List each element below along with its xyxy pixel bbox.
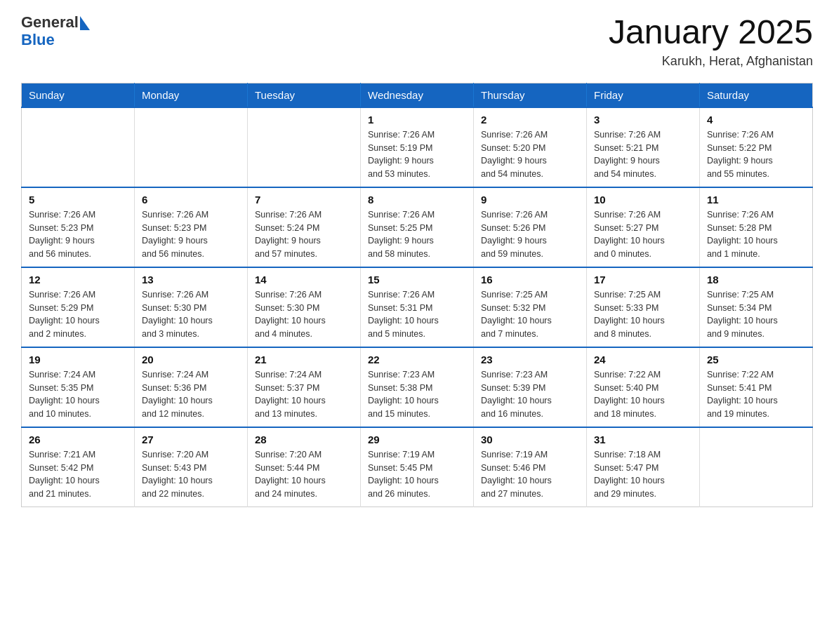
day-number: 11 <box>707 194 805 206</box>
day-info: Sunrise: 7:24 AM Sunset: 5:35 PM Dayligh… <box>29 368 127 421</box>
day-info: Sunrise: 7:19 AM Sunset: 5:46 PM Dayligh… <box>481 448 579 501</box>
day-info: Sunrise: 7:25 AM Sunset: 5:34 PM Dayligh… <box>707 288 805 341</box>
day-number: 4 <box>707 114 805 126</box>
day-info: Sunrise: 7:25 AM Sunset: 5:33 PM Dayligh… <box>594 288 692 341</box>
day-number: 31 <box>594 434 692 445</box>
day-info: Sunrise: 7:24 AM Sunset: 5:37 PM Dayligh… <box>255 368 353 421</box>
calendar-cell: 28Sunrise: 7:20 AM Sunset: 5:44 PM Dayli… <box>248 427 361 507</box>
calendar-cell: 31Sunrise: 7:18 AM Sunset: 5:47 PM Dayli… <box>587 427 700 507</box>
day-number: 3 <box>594 114 692 126</box>
day-info: Sunrise: 7:21 AM Sunset: 5:42 PM Dayligh… <box>29 448 127 501</box>
day-number: 21 <box>255 354 353 365</box>
logo-blue-text: Blue <box>21 31 55 48</box>
day-number: 2 <box>481 114 579 126</box>
calendar-cell: 15Sunrise: 7:26 AM Sunset: 5:31 PM Dayli… <box>361 267 474 347</box>
calendar-cell: 12Sunrise: 7:26 AM Sunset: 5:29 PM Dayli… <box>22 267 135 347</box>
day-number: 14 <box>255 274 353 286</box>
calendar-cell: 23Sunrise: 7:23 AM Sunset: 5:39 PM Dayli… <box>474 347 587 427</box>
calendar-cell: 26Sunrise: 7:21 AM Sunset: 5:42 PM Dayli… <box>22 427 135 507</box>
header-day-saturday: Saturday <box>700 83 813 107</box>
calendar-cell: 19Sunrise: 7:24 AM Sunset: 5:35 PM Dayli… <box>22 347 135 427</box>
calendar-cell: 14Sunrise: 7:26 AM Sunset: 5:30 PM Dayli… <box>248 267 361 347</box>
day-number: 15 <box>368 274 466 286</box>
calendar-cell <box>22 107 135 187</box>
calendar-week-4: 19Sunrise: 7:24 AM Sunset: 5:35 PM Dayli… <box>22 347 813 427</box>
day-number: 19 <box>29 354 127 365</box>
day-info: Sunrise: 7:26 AM Sunset: 5:29 PM Dayligh… <box>29 288 127 341</box>
calendar-cell: 18Sunrise: 7:25 AM Sunset: 5:34 PM Dayli… <box>700 267 813 347</box>
calendar-cell: 2Sunrise: 7:26 AM Sunset: 5:20 PM Daylig… <box>474 107 587 187</box>
day-info: Sunrise: 7:23 AM Sunset: 5:38 PM Dayligh… <box>368 368 466 421</box>
day-number: 5 <box>29 194 127 206</box>
calendar-week-3: 12Sunrise: 7:26 AM Sunset: 5:29 PM Dayli… <box>22 267 813 347</box>
calendar-cell: 24Sunrise: 7:22 AM Sunset: 5:40 PM Dayli… <box>587 347 700 427</box>
day-info: Sunrise: 7:26 AM Sunset: 5:25 PM Dayligh… <box>368 208 466 261</box>
day-number: 22 <box>368 354 466 365</box>
header-day-wednesday: Wednesday <box>361 83 474 107</box>
day-info: Sunrise: 7:20 AM Sunset: 5:43 PM Dayligh… <box>142 448 240 501</box>
calendar-cell <box>700 427 813 507</box>
calendar-cell: 20Sunrise: 7:24 AM Sunset: 5:36 PM Dayli… <box>135 347 248 427</box>
day-number: 28 <box>255 434 353 445</box>
day-number: 17 <box>594 274 692 286</box>
day-number: 1 <box>368 114 466 126</box>
calendar-title: January 2025 <box>609 14 813 51</box>
day-info: Sunrise: 7:26 AM Sunset: 5:22 PM Dayligh… <box>707 128 805 181</box>
day-info: Sunrise: 7:26 AM Sunset: 5:26 PM Dayligh… <box>481 208 579 261</box>
calendar-cell: 4Sunrise: 7:26 AM Sunset: 5:22 PM Daylig… <box>700 107 813 187</box>
header-day-thursday: Thursday <box>474 83 587 107</box>
calendar-cell: 29Sunrise: 7:19 AM Sunset: 5:45 PM Dayli… <box>361 427 474 507</box>
day-number: 30 <box>481 434 579 445</box>
day-info: Sunrise: 7:20 AM Sunset: 5:44 PM Dayligh… <box>255 448 353 501</box>
day-info: Sunrise: 7:26 AM Sunset: 5:27 PM Dayligh… <box>594 208 692 261</box>
day-number: 26 <box>29 434 127 445</box>
calendar-cell: 30Sunrise: 7:19 AM Sunset: 5:46 PM Dayli… <box>474 427 587 507</box>
day-info: Sunrise: 7:24 AM Sunset: 5:36 PM Dayligh… <box>142 368 240 421</box>
day-info: Sunrise: 7:19 AM Sunset: 5:45 PM Dayligh… <box>368 448 466 501</box>
calendar-subtitle: Karukh, Herat, Afghanistan <box>609 54 813 69</box>
calendar-cell: 11Sunrise: 7:26 AM Sunset: 5:28 PM Dayli… <box>700 187 813 267</box>
header-day-sunday: Sunday <box>22 83 135 107</box>
calendar-cell <box>135 107 248 187</box>
calendar-header-row: SundayMondayTuesdayWednesdayThursdayFrid… <box>22 83 813 107</box>
day-number: 24 <box>594 354 692 365</box>
title-section: January 2025 Karukh, Herat, Afghanistan <box>609 14 813 69</box>
calendar-cell: 1Sunrise: 7:26 AM Sunset: 5:19 PM Daylig… <box>361 107 474 187</box>
header-day-friday: Friday <box>587 83 700 107</box>
day-number: 8 <box>368 194 466 206</box>
calendar-cell: 17Sunrise: 7:25 AM Sunset: 5:33 PM Dayli… <box>587 267 700 347</box>
calendar-cell: 9Sunrise: 7:26 AM Sunset: 5:26 PM Daylig… <box>474 187 587 267</box>
logo: General Blue <box>21 14 90 48</box>
day-info: Sunrise: 7:26 AM Sunset: 5:31 PM Dayligh… <box>368 288 466 341</box>
day-info: Sunrise: 7:25 AM Sunset: 5:32 PM Dayligh… <box>481 288 579 341</box>
day-number: 6 <box>142 194 240 206</box>
page-header: General Blue January 2025 Karukh, Herat,… <box>21 14 813 69</box>
day-number: 23 <box>481 354 579 365</box>
header-day-monday: Monday <box>135 83 248 107</box>
calendar-cell <box>248 107 361 187</box>
day-info: Sunrise: 7:23 AM Sunset: 5:39 PM Dayligh… <box>481 368 579 421</box>
calendar-cell: 8Sunrise: 7:26 AM Sunset: 5:25 PM Daylig… <box>361 187 474 267</box>
header-day-tuesday: Tuesday <box>248 83 361 107</box>
day-info: Sunrise: 7:26 AM Sunset: 5:24 PM Dayligh… <box>255 208 353 261</box>
day-info: Sunrise: 7:22 AM Sunset: 5:41 PM Dayligh… <box>707 368 805 421</box>
day-info: Sunrise: 7:26 AM Sunset: 5:21 PM Dayligh… <box>594 128 692 181</box>
day-number: 7 <box>255 194 353 206</box>
calendar-cell: 3Sunrise: 7:26 AM Sunset: 5:21 PM Daylig… <box>587 107 700 187</box>
calendar-cell: 7Sunrise: 7:26 AM Sunset: 5:24 PM Daylig… <box>248 187 361 267</box>
day-info: Sunrise: 7:18 AM Sunset: 5:47 PM Dayligh… <box>594 448 692 501</box>
calendar-cell: 5Sunrise: 7:26 AM Sunset: 5:23 PM Daylig… <box>22 187 135 267</box>
day-number: 13 <box>142 274 240 286</box>
calendar-cell: 10Sunrise: 7:26 AM Sunset: 5:27 PM Dayli… <box>587 187 700 267</box>
calendar-week-5: 26Sunrise: 7:21 AM Sunset: 5:42 PM Dayli… <box>22 427 813 507</box>
day-number: 16 <box>481 274 579 286</box>
day-info: Sunrise: 7:26 AM Sunset: 5:28 PM Dayligh… <box>707 208 805 261</box>
day-number: 25 <box>707 354 805 365</box>
calendar-week-1: 1Sunrise: 7:26 AM Sunset: 5:19 PM Daylig… <box>22 107 813 187</box>
calendar-table: SundayMondayTuesdayWednesdayThursdayFrid… <box>21 83 813 507</box>
day-number: 27 <box>142 434 240 445</box>
day-number: 18 <box>707 274 805 286</box>
day-number: 20 <box>142 354 240 365</box>
calendar-cell: 6Sunrise: 7:26 AM Sunset: 5:23 PM Daylig… <box>135 187 248 267</box>
day-info: Sunrise: 7:22 AM Sunset: 5:40 PM Dayligh… <box>594 368 692 421</box>
